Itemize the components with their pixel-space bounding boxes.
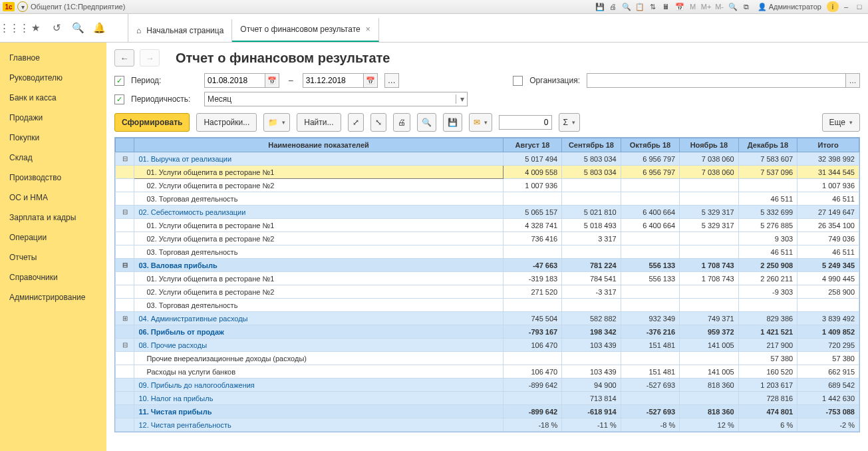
apps-icon[interactable]: ⋮⋮⋮	[8, 22, 20, 34]
sidebar-item-sales[interactable]: Продажи	[0, 108, 106, 128]
bell-icon[interactable]: 🔔	[93, 22, 105, 34]
row-toggle[interactable]: ⊞	[116, 312, 134, 325]
forward-button[interactable]: →	[140, 49, 160, 67]
print-icon[interactable]: 🖨	[607, 1, 619, 12]
favorite-icon[interactable]: ★	[29, 22, 41, 34]
row-link[interactable]: 03. Валовая прибыль	[138, 261, 217, 269]
sidebar-item-operations[interactable]: Операции	[0, 227, 106, 247]
period-more-button[interactable]: …	[384, 73, 399, 88]
table-row[interactable]: Прочие внереализационные доходы (расходы…	[116, 352, 859, 365]
save-icon[interactable]: 💾	[594, 1, 606, 12]
row-link[interactable]: 12. Чистая рентабельность	[138, 421, 231, 429]
row-link[interactable]: 09. Прибыль до налогооблажения	[138, 381, 254, 389]
table-row[interactable]: 02. Услуги общепита в ресторане №2271 52…	[116, 285, 859, 299]
sidebar-item-purchases[interactable]: Покупки	[0, 128, 106, 148]
table-row[interactable]: 09. Прибыль до налогооблажения-899 64294…	[116, 378, 859, 392]
generate-button[interactable]: Сформировать	[114, 113, 190, 132]
org-checkbox[interactable]	[513, 76, 523, 86]
table-row[interactable]: ⊟01. Выручка от реализации5 017 4945 803…	[116, 152, 859, 166]
m-minus-icon[interactable]: M-	[714, 1, 726, 12]
periodicity-select[interactable]: Месяц ▾	[204, 92, 468, 106]
calendar-to-icon[interactable]: 📅	[364, 73, 378, 88]
copy-icon[interactable]: 📋	[634, 1, 646, 12]
row-toggle[interactable]: ⊟	[116, 339, 134, 352]
table-row[interactable]: 03. Торговая деятельность46 51146 511	[116, 245, 859, 259]
dropdown-icon[interactable]: ▾	[17, 1, 28, 12]
row-link[interactable]: 11. Чистая прибыль	[138, 408, 212, 416]
table-row[interactable]: 10. Налог на прибыль713 814728 8161 442 …	[116, 392, 859, 405]
settings-button[interactable]: Настройки...	[196, 113, 257, 132]
table-row[interactable]: Расходы на услуги банков106 470103 43915…	[116, 365, 859, 378]
search-icon[interactable]: 🔍	[72, 22, 84, 34]
table-row[interactable]: 01. Услуги общепита в ресторане №14 009 …	[116, 166, 859, 179]
save-button[interactable]: 💾	[443, 113, 462, 132]
sum-button[interactable]: Σ▾	[559, 113, 580, 132]
table-row[interactable]: ⊟02. Себестоимость реализации5 065 1575 …	[116, 206, 859, 219]
collapse-button[interactable]: ⤡	[370, 113, 386, 132]
expand-button[interactable]: ⤢	[348, 113, 364, 132]
tab-report[interactable]: Отчет о финансовом результате ×	[232, 18, 378, 42]
user-badge[interactable]: 👤 Администратор	[754, 3, 825, 11]
calendar-icon[interactable]: 📅	[674, 1, 686, 12]
calc-icon[interactable]: 🖩	[660, 1, 672, 12]
info-icon[interactable]: i	[827, 1, 839, 12]
row-link[interactable]: 10. Налог на прибыль	[138, 394, 213, 402]
table-row[interactable]: 01. Услуги общепита в ресторане №14 328 …	[116, 219, 859, 232]
sidebar-item-production[interactable]: Производство	[0, 168, 106, 188]
table-row[interactable]: 01. Услуги общепита в ресторане №1-319 1…	[116, 272, 859, 285]
table-row[interactable]: ⊟08. Прочие расходы106 470103 439151 481…	[116, 339, 859, 352]
m-icon[interactable]: M	[687, 1, 699, 12]
find-button[interactable]: Найти...	[297, 113, 341, 132]
history-icon[interactable]: ↺	[51, 22, 63, 34]
table-row[interactable]: 02. Услуги общепита в ресторане №2736 41…	[116, 232, 859, 245]
m-plus-icon[interactable]: M+	[700, 1, 712, 12]
table-row[interactable]: 11. Чистая прибыль-899 642-618 914-527 6…	[116, 405, 859, 418]
print-button[interactable]: 🖨	[393, 113, 410, 132]
email-button[interactable]: ✉▾	[469, 113, 492, 132]
table-row[interactable]: 02. Услуги общепита в ресторане №21 007 …	[116, 179, 859, 192]
org-more-icon[interactable]: …	[846, 73, 860, 88]
row-link[interactable]: 06. Прибыль от продаж	[138, 328, 223, 336]
table-row[interactable]: 03. Торговая деятельность46 51146 511	[116, 192, 859, 206]
sidebar-item-reports[interactable]: Отчеты	[0, 247, 106, 267]
periodicity-checkbox[interactable]	[114, 94, 124, 104]
maximize-icon[interactable]: □	[853, 1, 865, 12]
number-input[interactable]	[499, 115, 552, 130]
table-row[interactable]: ⊞04. Административные расходы745 504582 …	[116, 312, 859, 325]
date-from-input[interactable]	[204, 73, 265, 88]
row-toggle[interactable]: ⊟	[116, 152, 134, 166]
calendar-from-icon[interactable]: 📅	[265, 73, 279, 88]
row-link[interactable]: 04. Административные расходы	[138, 315, 247, 323]
date-to-input[interactable]	[303, 73, 364, 88]
zoom-icon[interactable]: 🔍	[727, 1, 739, 12]
more-button[interactable]: Еще▾	[822, 113, 860, 132]
org-input[interactable]	[587, 73, 846, 88]
variants-button[interactable]: 📁▾	[263, 113, 290, 132]
table-row[interactable]: 03. Торговая деятельность	[116, 299, 859, 312]
sidebar-item-assets[interactable]: ОС и НМА	[0, 188, 106, 208]
sidebar-item-bank[interactable]: Банк и касса	[0, 88, 106, 108]
row-toggle[interactable]: ⊟	[116, 206, 134, 219]
sidebar-item-manager[interactable]: Руководителю	[0, 68, 106, 88]
sidebar-item-salary[interactable]: Зарплата и кадры	[0, 208, 106, 227]
window-icon[interactable]: ⧉	[740, 1, 752, 12]
tab-home[interactable]: ⌂ Начальная страница	[128, 19, 232, 42]
preview-button[interactable]: 🔍	[417, 113, 436, 132]
period-checkbox[interactable]	[114, 76, 124, 86]
sidebar-item-main[interactable]: Главное	[0, 48, 106, 68]
close-icon[interactable]: ×	[366, 25, 370, 34]
row-link[interactable]: 02. Себестоимость реализации	[138, 208, 245, 216]
back-button[interactable]: ←	[114, 49, 134, 67]
compare-icon[interactable]: ⇅	[647, 1, 659, 12]
preview-icon[interactable]: 🔍	[621, 1, 633, 12]
table-row[interactable]: 06. Прибыль от продаж-793 167198 342-376…	[116, 325, 859, 339]
sidebar-item-refs[interactable]: Справочники	[0, 267, 106, 287]
table-row[interactable]: ⊟03. Валовая прибыль-47 663781 224556 13…	[116, 259, 859, 272]
table-row[interactable]: 12. Чистая рентабельность-18 %-11 %-8 %1…	[116, 418, 859, 432]
row-link[interactable]: 01. Выручка от реализации	[138, 155, 231, 163]
row-toggle[interactable]: ⊟	[116, 259, 134, 272]
minimize-icon[interactable]: –	[840, 1, 852, 12]
sidebar-item-admin[interactable]: Администрирование	[0, 287, 106, 307]
row-link[interactable]: 08. Прочие расходы	[138, 341, 207, 349]
sidebar-item-warehouse[interactable]: Склад	[0, 148, 106, 168]
